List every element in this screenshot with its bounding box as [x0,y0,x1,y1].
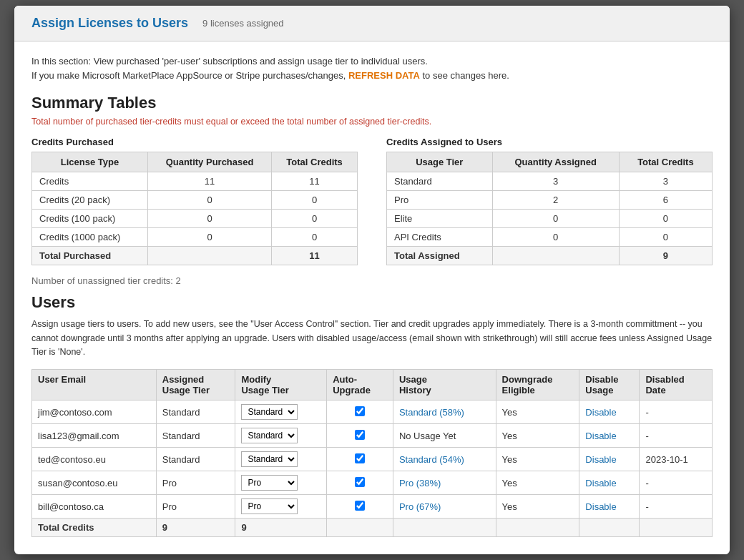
list-item: lisa123@gmail.comStandardNoneStandardPro… [32,424,713,448]
user-email: ted@contoso.eu [32,448,157,471]
disable-usage-link[interactable]: Disable [585,407,616,418]
assigned-tier: Standard [156,424,235,448]
downgrade-eligible: Yes [496,401,579,424]
modify-tier-cell[interactable]: NoneStandardProElite [235,471,327,495]
downgrade-eligible: Yes [496,471,579,495]
table-row: API Credits00 [387,228,713,247]
main-content: In this section: View purchased 'per-use… [14,41,730,555]
tier-select[interactable]: NoneStandardProElite [241,475,298,491]
user-email: bill@contoso.ca [32,495,157,519]
col-downgrade-eligible: DowngradeEligible [496,370,579,401]
assigned-tier: Pro [156,495,235,519]
users-table: User Email AssignedUsage Tier ModifyUsag… [31,369,713,537]
disable-usage-link[interactable]: Disable [585,501,616,512]
downgrade-eligible: Yes [496,448,579,471]
disable-usage-link[interactable]: Disable [585,431,616,441]
users-description: Assign usage tiers to users. To add new … [31,318,713,359]
table-row: Credits (20 pack)00 [32,191,358,210]
refresh-data-link[interactable]: REFRESH DATA [348,70,420,81]
modify-tier-cell[interactable]: NoneStandardProElite [235,448,327,471]
disable-usage-cell[interactable]: Disable [579,471,640,495]
disable-usage-link[interactable]: Disable [585,478,616,488]
disable-usage-cell[interactable]: Disable [579,495,640,519]
info-post-text: to see changes here. [420,70,509,81]
auto-upgrade-cell[interactable] [327,448,393,471]
table-row-total: Total Assigned9 [387,247,713,265]
col-disable-usage: DisableUsage [579,370,640,401]
list-item: ted@contoso.euStandardNoneStandardProEli… [32,448,713,471]
list-item: jim@contoso.comStandardNoneStandardProEl… [32,401,713,424]
col-usage-history: UsageHistory [393,370,496,401]
auto-upgrade-checkbox[interactable] [355,430,365,440]
disable-usage-cell[interactable]: Disable [579,448,640,471]
user-email: jim@contoso.com [32,401,157,424]
usage-history-cell[interactable]: Standard (54%) [393,448,496,471]
usage-history-cell[interactable]: Pro (38%) [393,471,496,495]
auto-upgrade-checkbox[interactable] [355,477,365,487]
usage-history-cell[interactable]: Standard (58%) [393,401,496,424]
users-total-row: Total Credits99 [32,519,713,537]
col-disabled-date: DisabledDate [640,370,713,401]
user-email: susan@contoso.eu [32,471,157,495]
usage-history-cell: No Usage Yet [393,424,496,448]
list-item: bill@contoso.caProNoneStandardProElitePr… [32,495,713,519]
col-auto-upgrade: Auto-Upgrade [327,370,393,401]
auto-upgrade-cell[interactable] [327,424,393,448]
modify-tier-cell[interactable]: NoneStandardProElite [235,401,327,424]
disable-usage-cell[interactable]: Disable [579,401,640,424]
header: Assign Licenses to Users 9 licenses assi… [14,6,730,41]
auto-upgrade-checkbox[interactable] [355,453,365,463]
unassigned-credits: Number of unassigned tier credits: 2 [31,275,713,286]
col-usage-tier: Usage Tier [387,152,493,172]
col-modify-usage-tier: ModifyUsage Tier [235,370,327,401]
disabled-date: 2023-10-1 [640,448,713,471]
modify-tier-cell[interactable]: NoneStandardProElite [235,495,327,519]
disabled-date: - [640,424,713,448]
disabled-date: - [640,471,713,495]
disabled-date: - [640,495,713,519]
auto-upgrade-cell[interactable] [327,401,393,424]
credits-assigned-section: Credits Assigned to Users Usage Tier Qua… [386,137,713,265]
tier-select[interactable]: NoneStandardProElite [241,404,298,420]
auto-upgrade-cell[interactable] [327,495,393,519]
table-row: Credits (100 pack)00 [32,210,358,228]
downgrade-eligible: Yes [496,424,579,448]
col-qty-assigned: Quantity Assigned [492,152,619,172]
license-count-badge: 9 licenses assigned [202,18,283,29]
disable-usage-cell[interactable]: Disable [579,424,640,448]
credits-purchased-table: License Type Quantity Purchased Total Cr… [31,152,358,265]
tier-select[interactable]: NoneStandardProElite [241,428,298,443]
col-license-type: License Type [32,152,148,172]
usage-history-link[interactable]: Standard (58%) [399,407,464,418]
assigned-tier: Standard [156,448,235,471]
auto-upgrade-checkbox[interactable] [355,501,365,511]
info-section: In this section: View purchased 'per-use… [31,54,713,84]
auto-upgrade-cell[interactable] [327,471,393,495]
info-pre-text: If you make Microsoft MarketPlace AppSou… [31,70,348,81]
usage-history-link[interactable]: Pro (67%) [399,501,441,512]
credits-purchased-section: Credits Purchased License Type Quantity … [31,137,358,265]
table-row-total: Total Purchased11 [32,247,358,265]
table-row: Standard33 [387,172,713,191]
page-title[interactable]: Assign Licenses to Users [31,16,188,31]
disabled-date: - [640,401,713,424]
warning-text: Total number of purchased tier-credits m… [31,117,713,127]
col-qty-purchased: Quantity Purchased [147,152,271,172]
auto-upgrade-checkbox[interactable] [355,406,365,416]
summary-title: Summary Tables [31,94,713,112]
modify-tier-cell[interactable]: NoneStandardProElite [235,424,327,448]
list-item: susan@contoso.euProNoneStandardProEliteP… [32,471,713,495]
info-line-1: In this section: View purchased 'per-use… [31,54,713,69]
usage-history-cell[interactable]: Pro (67%) [393,495,496,519]
disable-usage-link[interactable]: Disable [585,454,616,465]
info-line-2: If you make Microsoft MarketPlace AppSou… [31,69,713,84]
table-row: Elite00 [387,210,713,228]
usage-history-link[interactable]: Pro (38%) [399,478,441,488]
credits-assigned-title: Credits Assigned to Users [386,137,713,147]
assigned-tier: Pro [156,471,235,495]
tier-select[interactable]: NoneStandardProElite [241,498,298,514]
usage-history-link[interactable]: Standard (54%) [399,454,464,465]
table-row: Pro26 [387,191,713,210]
credits-assigned-table: Usage Tier Quantity Assigned Total Credi… [386,152,713,265]
tier-select[interactable]: NoneStandardProElite [241,451,298,467]
